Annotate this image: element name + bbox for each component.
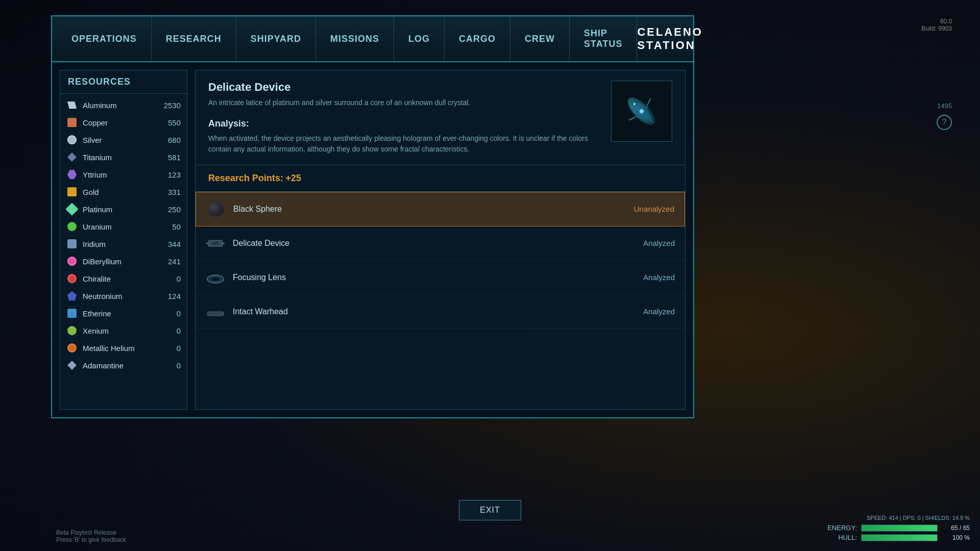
- side-number-top: 1495: [937, 102, 952, 110]
- resource-name-metallic-helium: Metallic Helium: [83, 344, 155, 353]
- intact-warhead-icon: [206, 309, 225, 319]
- item-detail: Delicate Device An intricate latice of p…: [195, 70, 685, 165]
- resource-item-silver[interactable]: Silver 680: [60, 131, 187, 148]
- game-window: Operations Research Shipyard Missions Lo…: [51, 15, 694, 418]
- resource-icon-platinum: [66, 204, 78, 215]
- resource-icon-yttrium: [66, 169, 78, 180]
- resource-icon-gold: [66, 186, 78, 197]
- list-item-black-sphere[interactable]: Black Sphere Unanalyzed: [195, 192, 685, 227]
- resources-panel: Resources Aluminum 2530 Copper 550 Silve…: [60, 70, 187, 410]
- resource-item-metallic-helium[interactable]: Metallic Helium 0: [60, 339, 187, 357]
- energy-value: 65 / 65: [942, 524, 970, 532]
- hull-bar-fill: [862, 535, 937, 541]
- resource-item-iridium[interactable]: Iridium 344: [60, 235, 187, 253]
- resource-amount-diberyllium: 241: [160, 257, 181, 266]
- tab-shipyard[interactable]: Shipyard: [236, 16, 316, 61]
- exit-button-area: Exit: [459, 500, 521, 520]
- resource-item-etherine[interactable]: Etherine 0: [60, 305, 187, 322]
- list-item-intact-warhead[interactable]: Intact Warhead Analyzed: [195, 295, 685, 329]
- svg-line-3: [629, 115, 636, 122]
- resource-item-adamantine[interactable]: Adamantine 0: [60, 357, 187, 374]
- resource-name-aluminum: Aluminum: [83, 101, 155, 110]
- resource-name-neutronium: Neutronium: [83, 292, 155, 300]
- list-item-icon-focusing-lens: [206, 268, 225, 287]
- list-item-name-focusing-lens: Focusing Lens: [233, 273, 616, 282]
- resource-item-xenium[interactable]: Xenium 0: [60, 322, 187, 339]
- research-points-bar: Research Points: +25: [195, 165, 685, 192]
- items-list: Black Sphere Unanalyzed Delicate Device …: [195, 192, 685, 409]
- resource-icon-aluminum: [66, 99, 78, 111]
- analysis-text: When activated, the device projects an a…: [208, 133, 601, 155]
- tab-crew[interactable]: Crew: [510, 16, 570, 61]
- beta-line2: Press 'B' to give feedback: [56, 536, 126, 543]
- main-panel: Delicate Device An intricate latice of p…: [195, 70, 685, 410]
- resource-icon-copper: [66, 117, 78, 128]
- help-button[interactable]: ?: [937, 115, 952, 130]
- item-detail-title: Delicate Device: [208, 81, 601, 94]
- resource-icon-etherine: [66, 308, 78, 319]
- resource-item-neutronium[interactable]: Neutronium 124: [60, 287, 187, 305]
- list-item-delicate-device[interactable]: Delicate Device Analyzed: [195, 227, 685, 261]
- resource-icon-metallic-helium: [66, 342, 78, 354]
- black-sphere-icon: [208, 201, 224, 217]
- energy-bar-bg: [861, 524, 938, 532]
- list-item-status-focusing-lens: Analyzed: [624, 273, 675, 282]
- resource-item-uranium[interactable]: Uranium 50: [60, 218, 187, 235]
- research-points-value: +25: [286, 173, 302, 183]
- resource-amount-titanium: 581: [160, 153, 181, 162]
- resource-name-diberyllium: DiBeryllium: [83, 257, 155, 266]
- svg-rect-14: [207, 312, 224, 316]
- resource-amount-adamantine: 0: [160, 361, 181, 370]
- tab-log[interactable]: Log: [394, 16, 445, 61]
- content-area: Resources Aluminum 2530 Copper 550 Silve…: [52, 62, 693, 417]
- hull-value: 100 %: [942, 534, 970, 541]
- hull-label: HULL:: [829, 534, 857, 541]
- svg-line-4: [645, 98, 652, 106]
- resources-title: Resources: [60, 70, 187, 94]
- resource-icon-silver: [66, 134, 78, 145]
- bottom-status: SPEED: 414 | DPS: 0 | SHIELDS: 14.9 % EN…: [827, 515, 970, 543]
- resource-item-yttrium[interactable]: Yttrium 123: [60, 166, 187, 183]
- item-detail-description: An intricate latice of platinum and silv…: [208, 98, 601, 108]
- resource-item-diberyllium[interactable]: DiBeryllium 241: [60, 253, 187, 270]
- resource-name-chiralite: Chiralite: [83, 274, 155, 283]
- resource-name-adamantine: Adamantine: [83, 361, 155, 370]
- build-display: Build: 9903: [921, 25, 952, 32]
- list-item-name-black-sphere: Black Sphere: [233, 205, 616, 214]
- resource-name-titanium: Titanium: [83, 153, 155, 162]
- resource-item-copper[interactable]: Copper 550: [60, 114, 187, 131]
- resource-icon-uranium: [66, 221, 78, 232]
- resource-item-gold[interactable]: Gold 331: [60, 183, 187, 201]
- exit-button[interactable]: Exit: [459, 500, 521, 520]
- item-image: [611, 81, 672, 142]
- resource-name-iridium: Iridium: [83, 240, 155, 248]
- tab-research[interactable]: Research: [152, 16, 236, 61]
- tab-missions[interactable]: Missions: [316, 16, 394, 61]
- tab-operations[interactable]: Operations: [57, 16, 152, 61]
- resource-item-chiralite[interactable]: Chiralite 0: [60, 270, 187, 287]
- resource-amount-metallic-helium: 0: [160, 344, 181, 353]
- hull-bar-bg: [861, 534, 938, 541]
- svg-rect-10: [212, 242, 218, 245]
- energy-bar-fill: [862, 525, 937, 531]
- delicate-device-icon: [206, 234, 225, 253]
- beta-line1: Beta Playtest Release: [56, 529, 126, 536]
- list-item-status-intact-warhead: Analyzed: [624, 307, 675, 316]
- resource-name-xenium: Xenium: [83, 327, 155, 335]
- top-stats: 60.0 Build: 9903: [921, 18, 952, 32]
- ship-stats-text: SPEED: 414 | DPS: 0 | SHIELDS: 14.9 %: [827, 515, 970, 521]
- resource-name-etherine: Etherine: [83, 309, 155, 318]
- resource-icon-diberyllium: [66, 256, 78, 267]
- resource-amount-neutronium: 124: [160, 292, 181, 300]
- analysis-section: Analysis: When activated, the device pro…: [208, 118, 601, 155]
- resource-name-yttrium: Yttrium: [83, 170, 155, 179]
- resource-item-platinum[interactable]: Platinum 250: [60, 201, 187, 218]
- resource-amount-xenium: 0: [160, 327, 181, 335]
- resource-item-aluminum[interactable]: Aluminum 2530: [60, 96, 187, 114]
- resource-list: Aluminum 2530 Copper 550 Silver 680 Tita…: [60, 94, 187, 377]
- resource-amount-uranium: 50: [160, 222, 181, 231]
- list-item-focusing-lens[interactable]: Focusing Lens Analyzed: [195, 261, 685, 295]
- resource-item-titanium[interactable]: Titanium 581: [60, 148, 187, 166]
- tab-cargo[interactable]: Cargo: [445, 16, 510, 61]
- tab-ship-status[interactable]: Ship Status: [570, 16, 637, 61]
